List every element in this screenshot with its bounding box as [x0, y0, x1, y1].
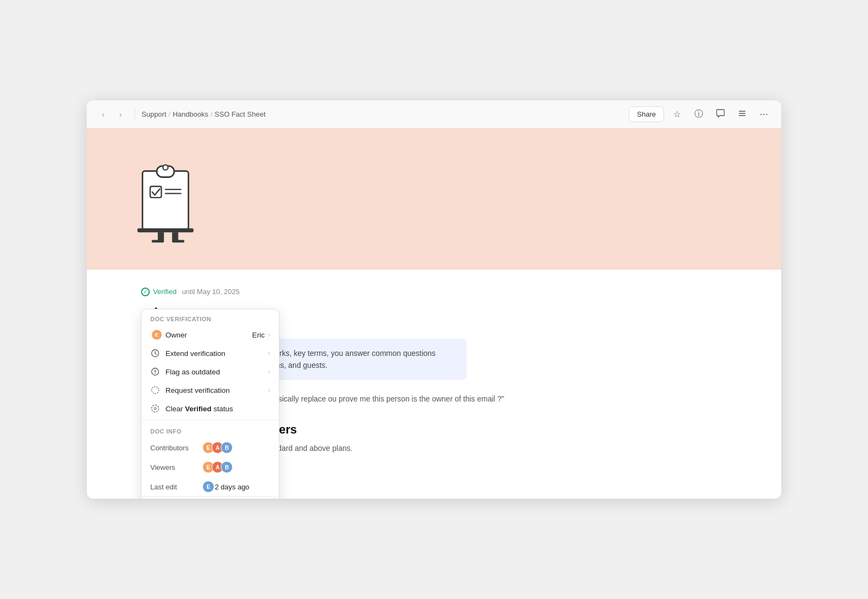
verified-dot-icon: ✓: [141, 288, 150, 296]
star-icon: ☆: [673, 109, 681, 119]
breadcrumb-sep1: /: [169, 110, 171, 118]
request-icon: [150, 385, 160, 395]
verified-badge[interactable]: ✓ Verified until May 10, 2025: [141, 288, 240, 296]
last-edit-time: 2 days ago: [215, 483, 250, 491]
owner-chevron-icon: ›: [268, 331, 270, 339]
breadcrumb-current: SSO Fact Sheet: [215, 110, 266, 118]
extend-icon: [150, 348, 160, 358]
breadcrumb-sep2: /: [210, 110, 213, 118]
flag-chevron-icon: ›: [268, 368, 270, 375]
contributor-avatar-3: B: [221, 442, 233, 454]
popup-owner-left: E Owner: [150, 330, 187, 340]
owner-right: Eric ›: [252, 331, 270, 339]
request-chevron-icon: ›: [268, 386, 270, 394]
popup-clear-left: Clear Verified status: [150, 404, 233, 413]
popup-contributors-row: Contributors E A B: [142, 438, 279, 457]
page-content: ✓ Verified until May 10, 2025 DOC VERIFI…: [87, 129, 781, 498]
app-window: ‹ › Support / Handbooks / SSO Fact Sheet…: [87, 100, 781, 498]
svg-point-19: [152, 405, 159, 412]
popup-extend-row[interactable]: Extend verification ›: [142, 344, 279, 362]
last-edit-info: E 2 days ago: [202, 481, 250, 493]
star-button[interactable]: ☆: [668, 106, 686, 123]
see-more-button[interactable]: See more insights: [142, 496, 279, 498]
viewers-avatars[interactable]: E A B: [202, 461, 230, 473]
extend-label: Extend verification: [165, 349, 225, 358]
flag-label: Flag as outdated: [165, 368, 220, 376]
verified-label: Verified: [153, 288, 176, 296]
svg-rect-3: [143, 171, 189, 230]
svg-point-18: [152, 387, 159, 394]
info-button[interactable]: ⓘ: [690, 106, 707, 123]
nav-buttons: ‹ ›: [95, 107, 128, 122]
popup-extend-left: Extend verification: [150, 348, 225, 358]
forward-button[interactable]: ›: [113, 107, 128, 122]
last-edit-label: Last edit: [150, 483, 194, 491]
more-icon: ⋯: [760, 109, 768, 119]
svg-rect-13: [172, 240, 184, 243]
viewers-label: Viewers: [150, 463, 194, 471]
last-edit-avatar: E: [202, 481, 214, 493]
contributors-avatars[interactable]: E A B: [202, 442, 230, 454]
popup-request-row[interactable]: Request verification ›: [142, 381, 279, 399]
clear-bold: Verified: [185, 405, 212, 413]
verified-area: ✓ Verified until May 10, 2025 DOC VERIFI…: [141, 286, 240, 303]
popup-flag-left: Flag as outdated: [150, 367, 220, 377]
popup-section-info-label: DOC INFO: [142, 423, 279, 438]
more-button[interactable]: ⋯: [755, 106, 773, 123]
owner-icon: E: [150, 330, 160, 340]
popup-last-edit-row: Last edit E 2 days ago: [142, 477, 279, 496]
toolbar-right: Share ☆ ⓘ: [629, 106, 773, 123]
popup-viewers-row: Viewers E A B: [142, 457, 279, 477]
comment-icon: [716, 109, 725, 120]
svg-point-20: [154, 407, 156, 410]
doc-body: ✓ Verified until May 10, 2025 DOC VERIFI…: [87, 270, 781, 498]
breadcrumb-support[interactable]: Support: [142, 110, 167, 118]
breadcrumb: Support / Handbooks / SSO Fact Sheet: [142, 110, 624, 118]
info-icon: ⓘ: [694, 109, 703, 120]
popup-section-verification-label: DOC VERIFICATION: [142, 309, 279, 326]
nav-separator: [135, 109, 135, 120]
breadcrumb-handbooks[interactable]: Handbooks: [173, 110, 208, 118]
viewer-avatar-3: B: [221, 461, 233, 473]
popup-flag-row[interactable]: Flag as outdated ›: [142, 362, 279, 381]
svg-rect-12: [152, 240, 164, 243]
owner-name: Eric: [252, 331, 265, 339]
flag-icon: [150, 367, 160, 377]
comment-button[interactable]: [712, 106, 729, 123]
popup-owner-row[interactable]: E Owner Eric ›: [142, 326, 279, 344]
titlebar: ‹ › Support / Handbooks / SSO Fact Sheet…: [87, 100, 781, 129]
svg-point-5: [163, 165, 168, 170]
clear-label: Clear Verified status: [165, 405, 233, 413]
back-button[interactable]: ‹: [95, 107, 111, 122]
share-button[interactable]: Share: [629, 106, 664, 122]
svg-rect-9: [137, 228, 194, 233]
clear-suffix: status: [214, 405, 233, 413]
owner-label: Owner: [165, 331, 187, 339]
clear-icon: [150, 404, 160, 413]
request-label: Request verification: [165, 386, 230, 394]
clipboard-illustration: [130, 156, 201, 243]
popup-divider: [142, 420, 279, 420]
popup-request-left: Request verification: [150, 385, 230, 395]
extend-chevron-icon: ›: [268, 349, 270, 357]
verified-until: until May 10, 2025: [182, 288, 239, 296]
hero-banner: [87, 129, 781, 270]
popup-clear-row[interactable]: Clear Verified status: [142, 399, 279, 418]
svg-point-17: [155, 373, 156, 374]
list-icon: [738, 109, 746, 120]
contributors-label: Contributors: [150, 444, 194, 452]
doc-verification-popup: DOC VERIFICATION E Owner Eric ›: [141, 309, 279, 498]
list-button[interactable]: [733, 106, 751, 123]
